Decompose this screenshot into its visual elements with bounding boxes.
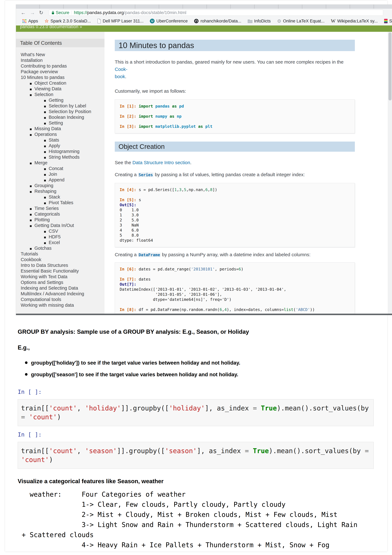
toc-link[interactable]: Concat	[44, 166, 63, 171]
toc-link[interactable]: HDF5	[44, 234, 61, 239]
toc-link[interactable]: What's New	[21, 52, 45, 57]
bookmark-spark-scaladoc[interactable]: Spark 2.3.0 ScalaD...	[44, 19, 91, 23]
toc-item: Package overview	[16, 69, 105, 74]
toc-link[interactable]: CSV	[44, 228, 58, 234]
cookbook-link[interactable]: Cook-	[115, 66, 127, 72]
content-gutter	[362, 32, 392, 314]
toc-link[interactable]: Working with missing data	[21, 303, 74, 308]
toc-link[interactable]: Merge	[30, 160, 47, 165]
code-cell-holiday[interactable]: train[['count', 'holiday']].groupby(['ho…	[18, 399, 374, 426]
weather-pre: weather: Four Categories of weather 1-> …	[18, 489, 374, 550]
toc-item: Cookbook	[16, 257, 105, 263]
toc-item: Time Series	[16, 205, 105, 211]
toc-item: Operations	[16, 131, 105, 137]
toc-link[interactable]: Indexing and Selecting Data	[21, 285, 78, 291]
toc-link[interactable]: String Methods	[44, 154, 79, 160]
url-text: https://pandas.pydata.org/pandas-docs/st…	[74, 10, 186, 15]
toc-item: CSV	[16, 228, 105, 234]
intro-period: .	[125, 74, 126, 79]
toc-link[interactable]: Working with Text Data	[21, 274, 67, 279]
toc-item: Tutorials	[16, 251, 105, 257]
toc-link[interactable]: Stack	[44, 194, 60, 199]
toc-link[interactable]: Time Series	[30, 206, 59, 211]
reload-button[interactable]: ↻	[39, 9, 43, 17]
toc-link[interactable]: Categoricals	[30, 212, 60, 217]
toc-item: What's New	[16, 52, 105, 58]
toc-link[interactable]: Join	[44, 172, 57, 177]
doc-title: 10 Minutes to pandas	[115, 40, 355, 51]
toc-item: Setting	[16, 120, 105, 126]
toc-link[interactable]: Boolean Indexing	[44, 115, 84, 120]
toc-link[interactable]: Getting Data In/Out	[30, 223, 74, 228]
toc-item: Categoricals	[16, 211, 105, 217]
toc-link[interactable]: Essential Basic Functionality	[21, 268, 79, 273]
bookmark-wikipedia-latex[interactable]: W Wikipedia:LaTeX sy...	[331, 18, 378, 24]
series-text2: by passing a list of values, letting pan…	[153, 172, 305, 177]
toc-link[interactable]: MultiIndex / Advanced Indexing	[21, 291, 84, 296]
toc-item: Selection	[16, 92, 105, 97]
toc-link[interactable]: 10 Minutes to pandas	[21, 75, 64, 80]
toc-link[interactable]: Reshaping	[30, 189, 57, 194]
toc-item: Options and Settings	[16, 279, 105, 285]
empty-prompt-1: In [ ]:	[18, 388, 374, 396]
toc-link[interactable]: Excel	[44, 240, 60, 245]
bookmark-apps[interactable]: Apps	[22, 19, 38, 23]
toc-link[interactable]: Plotting	[30, 217, 50, 222]
bookmark-github[interactable]: rohanchikorde/Data...	[194, 19, 241, 23]
notebook-section: GROUP BY analysis: Sample use of a GROUP…	[18, 328, 374, 550]
series-text1: Creating a	[115, 172, 138, 177]
toc-link[interactable]: Selection	[30, 92, 53, 97]
toc-link[interactable]: Options and Settings	[21, 280, 63, 285]
toc-link[interactable]: Intro to Data Structures	[21, 263, 68, 268]
bookmark-clipped[interactable]: Sp	[384, 19, 392, 23]
bullet-text: groupby(['holiday']) to see if the targe…	[31, 360, 240, 366]
back-button[interactable]: ←	[21, 9, 26, 17]
data-structure-intro-link[interactable]: Data Structure Intro section	[132, 160, 190, 165]
url-path: /pandas-docs/stable/10min.html	[124, 10, 186, 15]
toc-link[interactable]: Object Creation	[30, 80, 66, 86]
toc-link[interactable]: Setting	[44, 120, 63, 125]
bookmark-infodicts[interactable]: InfoDicts	[248, 19, 271, 23]
toc-link[interactable]: Installation	[21, 58, 43, 63]
toc-link[interactable]: Getting	[44, 98, 64, 103]
toc-link[interactable]: Operations	[30, 132, 57, 137]
toc-item: Histogramming	[16, 148, 105, 154]
bookmark-uberconference[interactable]: U UberConference	[150, 19, 188, 23]
toc-link[interactable]: Stats	[44, 138, 59, 143]
tab-strip[interactable]	[16, 5, 392, 9]
toc-link[interactable]: Grouping	[30, 183, 53, 188]
groupby-heading: GROUP BY analysis: Sample use of a GROUP…	[18, 328, 374, 336]
toc-link[interactable]: Missing Data	[30, 126, 61, 131]
url-scheme: https://	[74, 10, 87, 15]
toc-link[interactable]: Histogramming	[44, 149, 79, 154]
toc-item: Apply	[16, 143, 105, 148]
toc-link[interactable]: Viewing Data	[30, 86, 61, 91]
code-cell-season[interactable]: train[['count', 'season']].groupby(['sea…	[18, 442, 374, 469]
forward-button[interactable]: →	[30, 9, 35, 17]
groupby-bullet-item: groupby(['season'] to see if the target …	[18, 371, 374, 378]
toc-item: Working with missing data	[16, 302, 105, 308]
cookbook-link-wrap[interactable]: book	[115, 74, 125, 79]
toc-link[interactable]: Selection by Position	[44, 109, 91, 114]
toc-link[interactable]: Apply	[44, 143, 60, 148]
bookmark-latex-equation[interactable]: ⚙ Online LaTeX Equat...	[277, 18, 325, 24]
toc-link[interactable]: Cookbook	[21, 257, 41, 262]
toc-link[interactable]: Package overview	[21, 69, 58, 74]
toc-link[interactable]: Contributing to pandas	[21, 63, 67, 68]
toc-link[interactable]: Append	[44, 177, 64, 182]
site-header-text[interactable]: pandas 0.23.0 documentation »	[16, 25, 392, 29]
toc-link[interactable]: Selection by Label	[44, 103, 86, 108]
browser-scrollbar[interactable]	[388, 32, 392, 314]
address-bar[interactable]: Secure https://pandas.pydata.org/pandas-…	[49, 10, 383, 16]
github-icon	[194, 19, 199, 23]
screenshot-bottom-edge	[16, 314, 392, 315]
toc-link[interactable]: Tutorials	[21, 251, 38, 256]
toc-link[interactable]: Pivot Tables	[44, 200, 73, 205]
toc-link[interactable]: Gotchas	[30, 246, 51, 251]
see-paragraph: See the Data Structure Intro section.	[115, 159, 355, 166]
toc-link[interactable]: Computational tools	[21, 297, 61, 302]
toc-list: What's New Installation Contributing to …	[16, 52, 105, 308]
bookmark-dell-mfp[interactable]: Dell MFP Laser 311...	[97, 19, 144, 23]
scrollbar-thumb[interactable]	[389, 32, 392, 100]
dataframe-paragraph: Creating a DataFrame by passing a NumPy …	[115, 251, 355, 259]
